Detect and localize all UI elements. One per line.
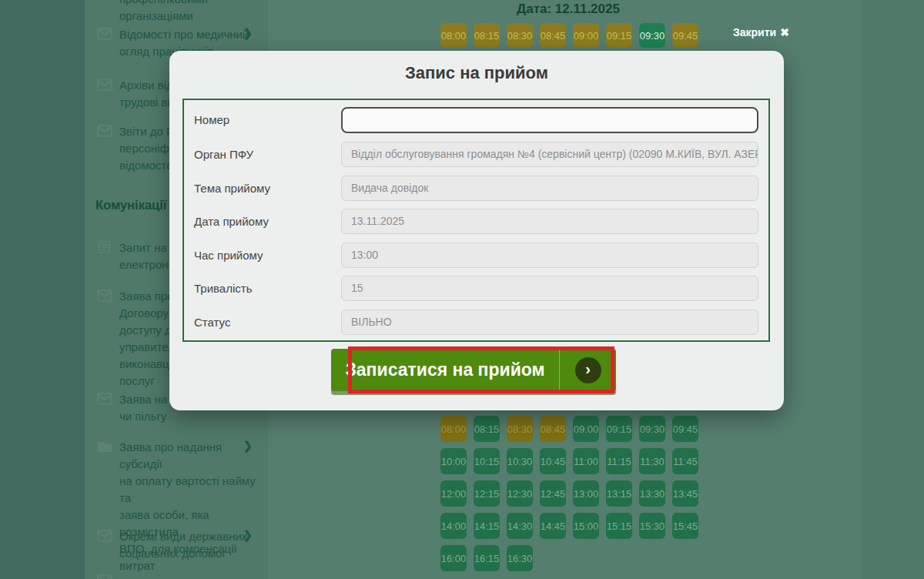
envelope-icon <box>97 530 112 542</box>
right-gutter <box>861 0 924 579</box>
close-icon: ✖ <box>780 26 789 38</box>
time-slot[interactable]: 09:45 <box>672 23 698 48</box>
time-slot[interactable]: 14:30 <box>507 513 533 539</box>
folder-icon <box>97 440 112 453</box>
left-gutter <box>0 0 85 579</box>
submit-appointment-button[interactable]: Записатися на прийом › <box>331 349 616 391</box>
time-slot[interactable]: 09:45 <box>672 416 698 442</box>
time-slot[interactable]: 08:45 <box>540 23 566 48</box>
time-slot[interactable]: 14:00 <box>440 513 467 539</box>
time-slot[interactable]: 15:15 <box>606 513 632 539</box>
time-slot[interactable]: 08:30 <box>507 416 533 442</box>
time-slot[interactable]: 13:45 <box>672 480 698 507</box>
envelope-icon <box>97 79 112 91</box>
close-label: Закрити <box>733 26 776 38</box>
time-slot[interactable]: 08:15 <box>474 416 500 442</box>
envelope-icon <box>97 290 112 302</box>
time-slot[interactable]: 11:30 <box>639 448 665 474</box>
field-organ-pfu[interactable]: Відділ обслуговування громадян №4 (серві… <box>341 142 758 167</box>
time-slot[interactable]: 15:30 <box>639 513 665 539</box>
time-slot[interactable]: 08:45 <box>540 416 566 442</box>
time-slot[interactable]: 11:45 <box>672 448 698 474</box>
time-slot[interactable]: 16:30 <box>507 545 533 571</box>
time-slot[interactable]: 08:00 <box>440 23 467 48</box>
sidebar-item-label: Окремі види державних соціальних допомог <box>119 528 257 562</box>
time-slot[interactable]: 13:30 <box>639 480 665 507</box>
chevron-right-icon: ❯ <box>243 529 253 541</box>
submit-button-label: Записатися на прийом <box>331 349 560 391</box>
field-label-data: Дата прийому <box>194 215 269 228</box>
field-label-tema: Тема прийому <box>194 182 270 195</box>
time-slot[interactable]: 12:45 <box>540 480 566 507</box>
time-slot[interactable]: 08:30 <box>507 23 533 48</box>
sidebar-item[interactable]: Окремі види державних соціальних допомог… <box>85 528 268 562</box>
sidebar-item-label: профспілковими організаціями <box>119 0 257 25</box>
time-slot[interactable]: 12:15 <box>474 480 500 507</box>
envelope-icon <box>97 125 112 137</box>
field-label-status: Статус <box>194 316 230 329</box>
time-slot[interactable]: 09:15 <box>606 416 632 442</box>
time-slot[interactable]: 13:00 <box>573 480 599 507</box>
modal-title: Запис на прийом <box>169 63 784 83</box>
envelope-icon <box>97 393 112 405</box>
time-slot[interactable]: 09:00 <box>573 416 599 442</box>
field-nomer[interactable] <box>341 107 758 133</box>
sidebar-item[interactable]: профспілковими організаціями <box>85 0 268 25</box>
field-label-nomer: Номер <box>194 113 229 126</box>
time-slot[interactable]: 10:15 <box>474 448 500 474</box>
arrow-right-icon: › <box>575 357 601 383</box>
time-slot[interactable]: 09:30 <box>639 23 665 48</box>
time-slot[interactable]: 10:00 <box>440 448 467 474</box>
time-slot[interactable]: 14:45 <box>540 513 566 539</box>
time-slot[interactable]: 08:00 <box>440 416 467 442</box>
time-slot[interactable]: 16:00 <box>440 545 467 571</box>
submit-button-arrow-zone: › <box>560 349 616 391</box>
envelope-icon <box>97 574 112 579</box>
close-button[interactable]: Закрити ✖ <box>733 26 789 38</box>
time-slot[interactable]: 15:45 <box>672 513 698 539</box>
time-slot[interactable]: 16:15 <box>474 545 500 571</box>
time-slot[interactable]: 12:30 <box>507 480 533 507</box>
field-tryvalist[interactable]: 15 <box>341 276 758 301</box>
field-label-organ-pfu: Орган ПФУ <box>194 148 253 161</box>
time-slot[interactable]: 13:15 <box>606 480 632 507</box>
time-slot[interactable]: 12:00 <box>440 480 467 507</box>
time-slot[interactable]: 11:15 <box>606 448 632 474</box>
envelope-icon <box>97 28 112 40</box>
time-slot[interactable]: 08:15 <box>474 23 500 48</box>
schedule-date-title: Дата: 12.11.2025 <box>268 2 869 17</box>
time-slot[interactable]: 10:30 <box>507 448 533 474</box>
time-slot[interactable]: 14:15 <box>474 513 500 539</box>
time-slot[interactable]: 09:30 <box>639 416 665 442</box>
time-slot[interactable]: 09:15 <box>606 23 632 48</box>
chevron-right-icon: ❯ <box>243 27 253 39</box>
document-icon <box>97 241 112 253</box>
field-label-chas: Час прийому <box>194 249 263 262</box>
appointment-modal: Запис на прийом НомерОрган ПФУВідділ обс… <box>169 51 784 410</box>
field-status[interactable]: ВІЛЬНО <box>341 310 758 335</box>
time-slot[interactable]: 10:45 <box>540 448 566 474</box>
time-slot[interactable]: 09:00 <box>573 23 599 48</box>
field-label-tryvalist: Тривалість <box>194 282 252 295</box>
field-tema[interactable]: Видача довідок <box>341 176 758 201</box>
time-slot[interactable]: 15:00 <box>573 513 599 539</box>
field-data[interactable]: 13.11.2025 <box>341 209 758 234</box>
chevron-right-icon: ❯ <box>243 440 253 452</box>
time-slot[interactable]: 11:00 <box>573 448 599 474</box>
field-chas[interactable]: 13:00 <box>341 243 758 268</box>
